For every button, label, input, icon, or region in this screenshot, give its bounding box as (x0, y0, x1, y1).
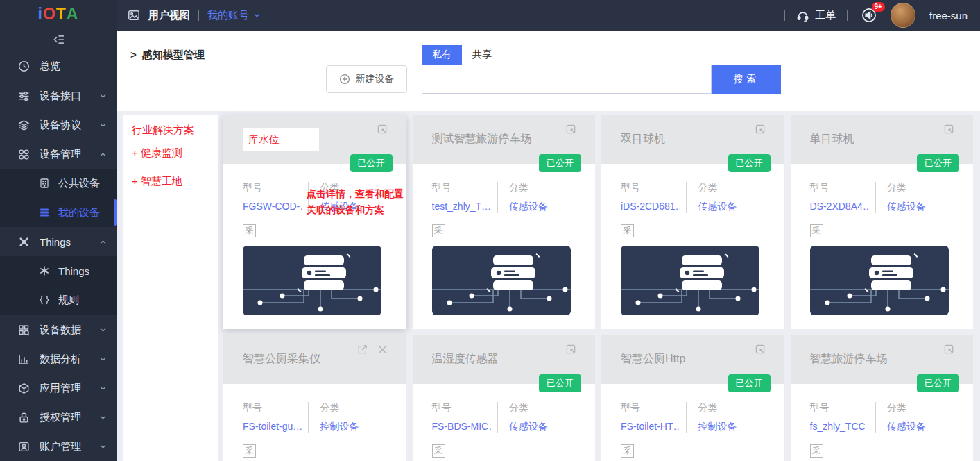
sidebar-item-account-management[interactable]: 账户管理 (0, 432, 117, 461)
device-card[interactable]: 智慧旅游停车场 已公开 型号 fs_zhly_TCC (791, 335, 974, 461)
model-value[interactable]: test_zhly_T… (432, 201, 492, 212)
category-value[interactable]: 控制设备 (698, 421, 737, 433)
close-icon[interactable] (377, 344, 388, 355)
category-value[interactable]: 传感设备 (887, 201, 926, 213)
card-header: 智慧旅游停车场 已公开 (791, 335, 974, 384)
sidebar-item-label: 公共设备 (58, 177, 100, 190)
publish-cursor-icon[interactable] (755, 124, 766, 135)
sidebar-item-things[interactable]: Things (0, 227, 117, 256)
sidebar-item-my-devices[interactable]: 我的设备 (0, 198, 117, 227)
device-card[interactable]: 智慧公厕Http 已公开 型号 FS-toilet-HT… (601, 335, 784, 461)
main-column: 用户视图 我的账号 工单 9+ free-sun (117, 0, 980, 461)
chevron-down-icon (99, 414, 107, 421)
new-device-button[interactable]: 新建设备 (326, 65, 407, 93)
card-header: 智慧公厕Http 已公开 (601, 335, 784, 384)
device-card[interactable]: 测试智慧旅游停车场 已公开 型号 test_zhly_T… (413, 115, 596, 329)
device-illustration (432, 246, 576, 315)
device-card[interactable]: 单目球机 已公开 型号 DS-2XD8A4… (791, 115, 974, 329)
model-label: 型号 (432, 182, 492, 194)
category-value[interactable]: 传感设备 (509, 421, 548, 433)
sidebar-item-device-interface[interactable]: 设备接口 (0, 81, 117, 110)
model-column: 型号 test_zhly_T… (432, 182, 498, 213)
sidebar-item-rules[interactable]: 规则 (0, 285, 117, 315)
card-specs: 型号 test_zhly_T… 分类 传感设备 (432, 182, 576, 213)
sidebar-item-public-devices[interactable]: 公共设备 (0, 169, 117, 198)
card-header: 智慧公厕采集仪 (223, 335, 406, 384)
sidebar-item-app-management[interactable]: 应用管理 (0, 374, 117, 403)
breadcrumb-arrow: > (130, 49, 137, 62)
device-card[interactable]: 已公开 型号 FGSW-COD-… 分类 传感设备 (223, 115, 406, 329)
device-card[interactable]: 智慧公厕采集仪 型号 FS-toilet-gu… (223, 335, 406, 461)
publish-cursor-icon[interactable] (755, 344, 766, 355)
category-label: 分类 (509, 402, 548, 414)
category-value[interactable]: 控制设备 (320, 421, 359, 433)
collect-tag: 采 (810, 224, 823, 237)
model-value[interactable]: FS-BDS-MIC… (432, 421, 492, 432)
sidebar-item-label: 应用管理 (40, 382, 99, 395)
card-specs: 型号 FS-BDS-MIC… 分类 传感设备 (432, 402, 576, 433)
sidebar-item-label: 设备协议 (40, 119, 99, 132)
tab-private[interactable]: 私有 (422, 45, 462, 65)
sidebar-item-device-data[interactable]: 设备数据 (0, 315, 117, 344)
sidebar-item-device-protocol[interactable]: 设备协议 (0, 110, 117, 140)
things-submenu: Things 规则 (0, 256, 117, 315)
picture-icon[interactable] (128, 9, 140, 22)
ticket-button[interactable]: 工单 (796, 9, 836, 22)
category-column: 分类 传感设备 (876, 402, 926, 433)
device-illustration (810, 246, 954, 315)
category-label: 分类 (698, 182, 737, 194)
card-corner-actions (943, 124, 955, 135)
device-card[interactable]: 温湿度传感器 已公开 型号 FS-BDS-MIC… (413, 335, 596, 461)
card-body: 型号 FS-toilet-HT… 分类 控制设备 采 (601, 402, 784, 461)
model-value[interactable]: FS-toilet-HT… (621, 421, 680, 432)
id-card-icon (18, 441, 30, 453)
solution-item-health[interactable]: + 健康监测 (132, 146, 210, 160)
toolbar: > 感知模型管理 新建设备 私有 共享 搜索 (117, 31, 980, 111)
bar-chart-icon (18, 353, 30, 365)
sidebar-item-auth-management[interactable]: 授权管理 (0, 403, 117, 432)
sidebar-item-label: 我的设备 (58, 206, 100, 219)
model-column: 型号 FS-toilet-gu… (243, 402, 309, 433)
card-corner-actions (755, 344, 766, 355)
publish-cursor-icon[interactable] (943, 344, 955, 355)
publish-cursor-icon[interactable] (943, 124, 955, 135)
published-badge: 已公开 (539, 154, 581, 172)
account-dropdown[interactable]: 我的账号 (207, 9, 261, 22)
model-label: 型号 (243, 402, 302, 414)
model-value[interactable]: FGSW-COD-… (243, 201, 302, 212)
sidebar-item-overview[interactable]: 总览 (0, 51, 117, 81)
card-title-edit-input[interactable] (243, 128, 319, 151)
category-value[interactable]: 传感设备 (698, 201, 737, 213)
collapse-sidebar-icon[interactable] (52, 33, 65, 46)
card-header: 测试智慧旅游停车场 已公开 (413, 115, 596, 164)
category-value[interactable]: 传感设备 (887, 421, 926, 433)
publish-cursor-icon[interactable] (377, 124, 388, 135)
solution-item-site[interactable]: + 智慧工地 (132, 175, 210, 188)
model-label: 型号 (621, 182, 680, 194)
search-button[interactable]: 搜索 (712, 65, 781, 94)
category-value[interactable]: 传感设备 (509, 201, 548, 213)
device-stack-icon (39, 207, 50, 218)
device-card[interactable]: 双目球机 已公开 型号 iDS-2CD681… (601, 115, 784, 329)
sidebar-item-device-management[interactable]: 设备管理 (0, 140, 117, 169)
device-illustration (243, 246, 387, 315)
model-column: 型号 FS-BDS-MIC… (432, 402, 498, 433)
sidebar-item-things-child[interactable]: Things (0, 256, 117, 285)
model-value[interactable]: iDS-2CD681… (621, 201, 680, 212)
logo-letter: A (67, 5, 79, 24)
model-column: 型号 FS-toilet-HT… (621, 402, 687, 433)
model-value[interactable]: fs_zhly_TCC (810, 421, 870, 432)
model-label: 型号 (810, 182, 870, 194)
share-icon[interactable] (356, 344, 368, 355)
model-value[interactable]: FS-toilet-gu… (243, 421, 302, 432)
sidebar-item-data-analysis[interactable]: 数据分析 (0, 344, 117, 374)
workspace: 行业解决方案 + 健康监测 + 智慧工地 已公开 (117, 111, 980, 461)
avatar[interactable] (891, 3, 915, 28)
publish-cursor-icon[interactable] (565, 344, 577, 355)
notification-button[interactable]: 9+ (859, 5, 879, 26)
chevron-down-icon (99, 355, 107, 363)
tab-shared[interactable]: 共享 (462, 45, 502, 65)
model-value[interactable]: DS-2XD8A4… (810, 201, 870, 212)
publish-cursor-icon[interactable] (565, 124, 577, 135)
search-input[interactable] (422, 65, 712, 94)
